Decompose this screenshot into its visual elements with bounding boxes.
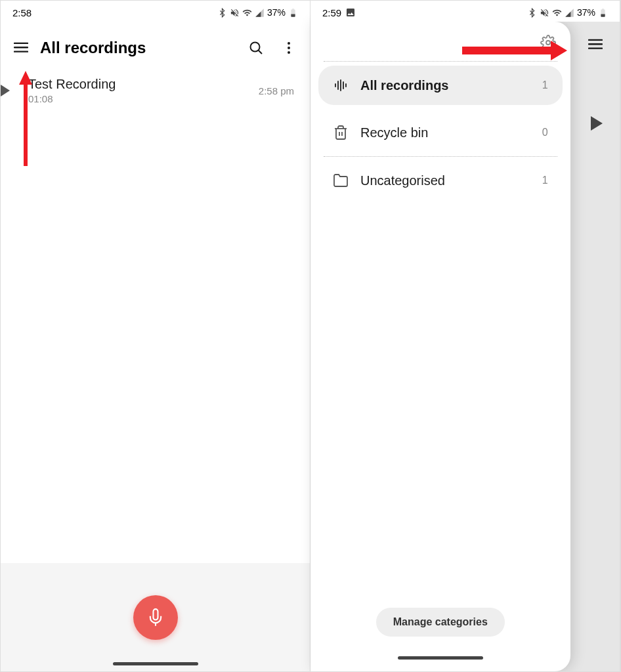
drawer-item-count: 1 [542,175,548,186]
recording-name: Test Recording [28,77,259,92]
app-header: All recordings [1,22,310,68]
status-time: 2:59 [322,7,341,18]
drawer-item-count: 1 [542,79,548,91]
wifi-icon [552,8,562,18]
recording-timestamp: 2:58 pm [259,85,294,96]
drawer-item-label: Uncategorised [360,173,530,188]
hamburger-menu-icon[interactable] [14,42,28,54]
drawer-item-recycle-bin[interactable]: Recycle bin 0 [318,113,563,152]
signal-icon [255,8,265,18]
battery-icon [288,8,298,18]
screen-drawer-open: 2:59 37% [310,1,620,671]
signal-icon [565,8,574,18]
recording-list-item[interactable]: Test Recording 01:08 2:58 pm [1,68,310,114]
trash-icon [333,125,349,140]
drawer-item-label: All recordings [360,78,530,93]
navigation-bar[interactable] [113,662,198,665]
bottom-toolbar [1,563,310,671]
status-bar: 2:58 37% [1,1,310,22]
record-button[interactable] [133,595,178,640]
navigation-bar[interactable] [398,656,483,660]
wifi-icon [242,8,252,18]
recording-duration: 01:08 [28,93,259,104]
battery-icon [598,8,608,18]
waveform-icon [333,77,349,93]
status-time: 2:58 [12,7,32,18]
drawer-item-uncategorised[interactable]: Uncategorised 1 [318,161,563,200]
bluetooth-icon [527,8,537,18]
search-icon[interactable] [248,40,264,56]
svg-point-5 [288,42,290,45]
status-icons: 37% [217,7,298,18]
battery-percent: 37% [267,7,286,18]
status-icons: 37% [527,7,608,18]
svg-point-3 [251,43,260,52]
mute-icon [230,8,240,18]
bluetooth-icon [217,8,227,18]
manage-categories-button[interactable]: Manage categories [376,608,505,637]
annotation-arrow-right [459,39,570,62]
screen-recordings-list: 2:58 37% All recordings Test Recording 0… [1,1,310,671]
folder-icon [333,173,349,188]
mute-icon [540,8,549,18]
image-icon [345,7,356,18]
hamburger-menu-icon[interactable] [588,39,603,51]
drawer-item-count: 0 [542,127,548,138]
page-title: All recordings [40,39,236,57]
status-bar: 2:59 37% [310,1,620,22]
svg-line-4 [259,51,262,54]
drawer-item-all-recordings[interactable]: All recordings 1 [318,66,563,105]
drawer-item-label: Recycle bin [360,125,530,140]
svg-point-7 [288,51,290,54]
play-icon[interactable] [1,85,10,96]
divider [324,156,557,157]
svg-point-6 [288,47,290,49]
annotation-arrow-up [18,68,33,166]
navigation-drawer: All recordings 1 Recycle bin 0 Uncategor… [310,22,570,671]
more-options-icon[interactable] [281,40,297,56]
battery-percent: 37% [577,7,595,18]
play-icon[interactable] [591,116,603,131]
